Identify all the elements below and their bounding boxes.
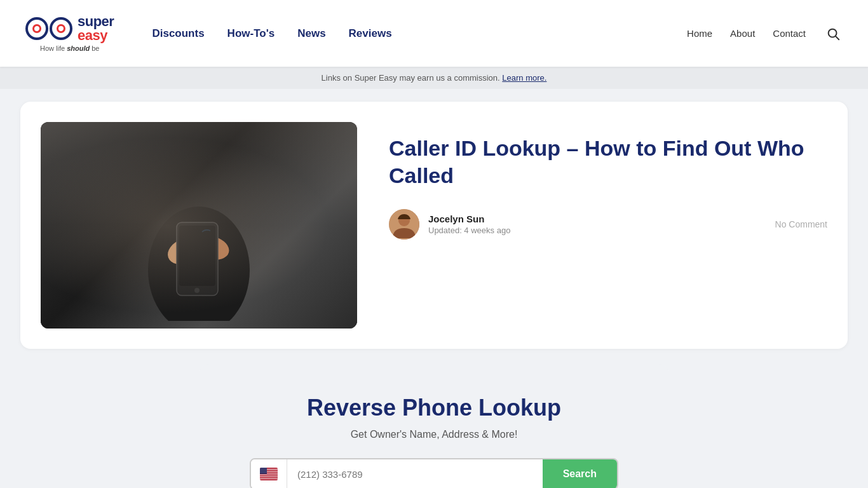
article-info: Caller ID Lookup – How to Find Out Who C… [389,122,827,240]
svg-point-3 [164,232,208,269]
article-title: Caller ID Lookup – How to Find Out Who C… [389,135,827,189]
svg-point-2 [148,207,250,321]
article-hero-image [41,122,357,329]
commission-text: Links on Super Easy may earn us a commis… [322,73,500,83]
us-flag-icon [260,468,278,480]
phone-search-form: Search [250,458,618,488]
nav-news[interactable]: News [297,27,325,40]
author-details: Jocelyn Sun Updated: 4 weeks ago [428,214,510,235]
widget-card: Reverse Phone Lookup Get Owner's Name, A… [199,364,669,488]
phone-input[interactable] [287,459,543,488]
logo-text: super easy [78,15,114,43]
nav-howtos[interactable]: How-To's [227,27,275,40]
author-row: Jocelyn Sun Updated: 4 weeks ago No Comm… [389,209,827,240]
widget-subtitle: Get Owner's Name, Address & More! [219,429,649,440]
commission-bar: Links on Super Easy may earn us a commis… [0,67,868,89]
learn-more-link[interactable]: Learn more. [502,73,546,83]
search-button[interactable] [824,24,843,43]
svg-point-4 [191,232,231,263]
svg-rect-5 [177,222,218,295]
logo-easy: easy [78,29,114,43]
author-updated: Updated: 4 weeks ago [428,226,510,235]
author-name: Jocelyn Sun [428,214,510,224]
logo-circles [25,17,72,40]
site-header: super easy How life should be Discounts … [0,0,868,67]
svg-rect-6 [179,226,215,286]
svg-point-7 [194,288,200,293]
hero-illustration [116,130,281,321]
author-avatar [389,209,419,240]
logo-circle-inner-2 [57,24,65,33]
svg-line-1 [836,36,839,39]
right-nav: Home About Contact [687,24,843,43]
main-content: Caller ID Lookup – How to Find Out Who C… [0,89,868,488]
search-icon [826,27,840,41]
site-logo[interactable]: super easy How life should be [25,15,114,52]
logo-circle-2 [50,17,72,40]
nav-reviews[interactable]: Reviews [349,27,392,40]
widget-title: Reverse Phone Lookup [219,395,649,421]
logo-circle-1 [25,17,48,40]
nav-discounts[interactable]: Discounts [152,27,204,40]
article-image [41,122,357,329]
flag-area [251,459,287,488]
no-comment: No Comment [775,219,827,229]
nav-contact[interactable]: Contact [773,28,806,39]
logo-tagline: How life should be [40,44,100,52]
flag-canton [260,468,267,474]
avatar-image [389,209,419,240]
main-nav: Discounts How-To's News Reviews [152,27,687,40]
nav-about[interactable]: About [730,28,755,39]
nav-home[interactable]: Home [687,28,712,39]
search-submit-button[interactable]: Search [543,459,617,488]
logo-circle-inner-1 [32,24,41,33]
logo-super: super [78,15,114,29]
logo-icon: super easy [25,15,114,43]
article-card: Caller ID Lookup – How to Find Out Who C… [20,102,848,349]
